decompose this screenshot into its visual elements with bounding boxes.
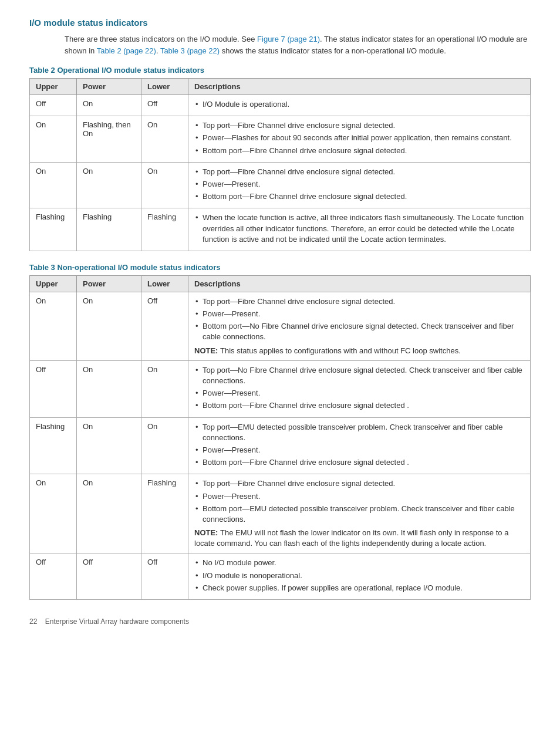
cell-power: On (77, 360, 141, 417)
figure7-link[interactable]: Figure 7 (page 21) (257, 35, 320, 43)
cell-lower: Off (141, 95, 188, 116)
table2-header-row: Upper Power Lower Descriptions (30, 79, 531, 95)
cell-upper: Off (30, 553, 77, 600)
table3-title: Table 3 Non-operational I/O module statu… (29, 263, 531, 272)
cell-lower: Flashing (141, 208, 188, 251)
list-item: Bottom port—Fibre Channel drive enclosur… (194, 400, 524, 411)
note-text: This status applies to configurations wi… (220, 346, 461, 355)
cell-upper: Flashing (30, 208, 77, 251)
table2-title: Table 2 Operational I/O module status in… (29, 66, 531, 75)
list-item: Top port—EMU detected possible transceiv… (194, 422, 524, 443)
table-row: FlashingOnOnTop port—EMU detected possib… (30, 417, 531, 474)
cell-upper: Off (30, 95, 77, 116)
list-item: Bottom port—Fibre Channel drive enclosur… (194, 146, 524, 156)
table2-header-desc: Descriptions (188, 79, 531, 95)
list-item: Top port—Fibre Channel drive enclosure s… (194, 120, 524, 131)
cell-desc: Top port—No Fibre Channel drive enclosur… (188, 360, 531, 417)
page-footer: 22 Enterprise Virtual Array hardware com… (29, 617, 531, 626)
cell-lower: On (141, 360, 188, 417)
cell-power: Off (77, 553, 141, 600)
cell-lower: On (141, 116, 188, 163)
table-row: OnOnOnTop port—Fibre Channel drive enclo… (30, 162, 531, 208)
table2: Upper Power Lower Descriptions OffOnOffI… (29, 78, 531, 251)
list-item: Top port—No Fibre Channel drive enclosur… (194, 365, 524, 386)
cell-lower: Off (141, 292, 188, 360)
cell-power: On (77, 95, 141, 116)
table-row: FlashingFlashingFlashingWhen the locate … (30, 208, 531, 251)
list-item: Bottom port—No Fibre Channel drive enclo… (194, 321, 524, 342)
cell-desc: When the locate function is active, all … (188, 208, 531, 251)
cell-power: On (77, 417, 141, 474)
list-item: I/O Module is operational. (194, 99, 524, 110)
table-row: OnFlashing, then OnOnTop port—Fibre Chan… (30, 116, 531, 163)
list-item: Power—Present. (194, 388, 524, 399)
list-item: Bottom port—EMU detected possible transc… (194, 504, 524, 525)
list-item: When the locate function is active, all … (194, 212, 524, 245)
table2-link[interactable]: Table 2 (page 22) (97, 46, 156, 55)
list-item: No I/O module power. (194, 558, 524, 568)
cell-desc: Top port—Fibre Channel drive enclosure s… (188, 116, 531, 163)
cell-desc: Top port—Fibre Channel drive enclosure s… (188, 474, 531, 553)
table3-header-power: Power (77, 275, 141, 292)
section-title: I/O module status indicators (29, 18, 531, 28)
list-item: Power—Present. (194, 445, 524, 455)
table-row: OffOffOffNo I/O module power.I/O module … (30, 553, 531, 600)
table2-header-upper: Upper (30, 79, 77, 95)
table3-header-upper: Upper (30, 275, 77, 292)
cell-upper: On (30, 474, 77, 553)
cell-desc: Top port—EMU detected possible transceiv… (188, 417, 531, 474)
cell-power: On (77, 292, 141, 360)
list-item: Power—Present. (194, 309, 524, 319)
list-item: Top port—Fibre Channel drive enclosure s… (194, 167, 524, 177)
table2-header-power: Power (77, 79, 141, 95)
cell-desc: Top port—Fibre Channel drive enclosure s… (188, 292, 531, 360)
cell-upper: Off (30, 360, 77, 417)
footer-label: Enterprise Virtual Array hardware compon… (45, 617, 189, 626)
cell-upper: Flashing (30, 417, 77, 474)
cell-lower: Off (141, 553, 188, 600)
list-item: Power—Flashes for about 90 seconds after… (194, 133, 524, 143)
table-row: OnOnOffTop port—Fibre Channel drive encl… (30, 292, 531, 360)
table2-header-lower: Lower (141, 79, 188, 95)
cell-desc: No I/O module power.I/O module is nonope… (188, 553, 531, 600)
note-text: The EMU will not flash the lower indicat… (194, 528, 508, 548)
table3-header-row: Upper Power Lower Descriptions (30, 275, 531, 292)
note-label: NOTE: (194, 346, 220, 355)
cell-power: On (77, 162, 141, 208)
note-label: NOTE: (194, 528, 220, 537)
table-row: OffOnOffI/O Module is operational. (30, 95, 531, 116)
list-item: I/O module is nonoperational. (194, 571, 524, 581)
cell-power: On (77, 474, 141, 553)
cell-power: Flashing, then On (77, 116, 141, 163)
table-row: OnOnFlashingTop port—Fibre Channel drive… (30, 474, 531, 553)
table3-header-lower: Lower (141, 275, 188, 292)
list-item: Bottom port—Fibre Channel drive enclosur… (194, 191, 524, 202)
cell-upper: On (30, 292, 77, 360)
page-number: 22 (29, 617, 37, 626)
cell-desc: I/O Module is operational. (188, 95, 531, 116)
cell-desc: Top port—Fibre Channel drive enclosure s… (188, 162, 531, 208)
cell-upper: On (30, 116, 77, 163)
list-item: Top port—Fibre Channel drive enclosure s… (194, 296, 524, 307)
cell-lower: On (141, 162, 188, 208)
note-block: NOTE: The EMU will not flash the lower i… (194, 528, 524, 549)
intro-paragraph: There are three status indicators on the… (65, 33, 531, 56)
table3-link[interactable]: Table 3 (page 22) (160, 46, 220, 55)
cell-upper: On (30, 162, 77, 208)
list-item: Power—Present. (194, 179, 524, 190)
cell-lower: On (141, 417, 188, 474)
table3: Upper Power Lower Descriptions OnOnOffTo… (29, 275, 531, 600)
table3-header-desc: Descriptions (188, 275, 531, 292)
table-row: OffOnOnTop port—No Fibre Channel drive e… (30, 360, 531, 417)
note-block: NOTE: This status applies to configurati… (194, 346, 524, 356)
list-item: Bottom port—Fibre Channel drive enclosur… (194, 457, 524, 468)
cell-lower: Flashing (141, 474, 188, 553)
list-item: Check power supplies. If power supplies … (194, 583, 524, 593)
list-item: Power—Present. (194, 491, 524, 502)
list-item: Top port—Fibre Channel drive enclosure s… (194, 478, 524, 489)
cell-power: Flashing (77, 208, 141, 251)
